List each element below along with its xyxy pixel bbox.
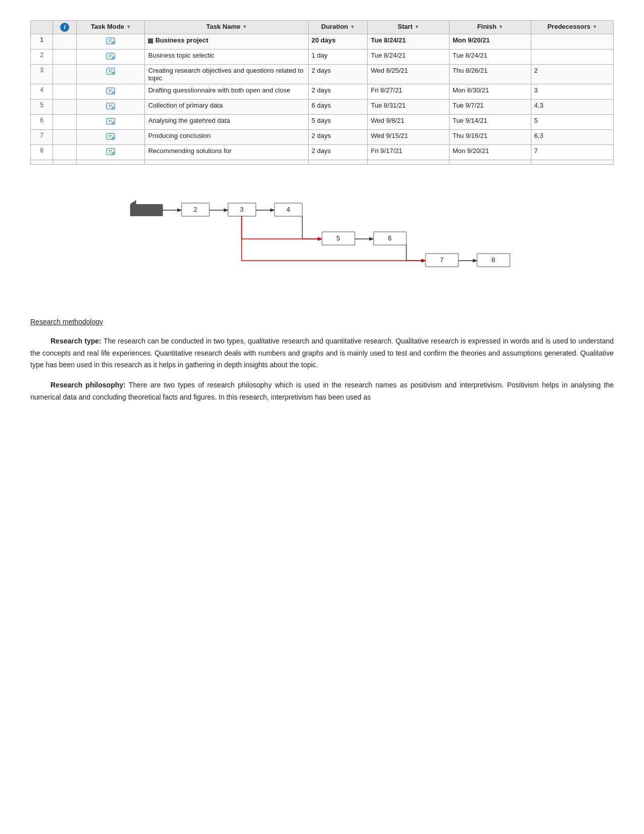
table-row: 5 Collection of primary data6 daysTue 8/… <box>31 100 614 115</box>
cell-predecessors: 6,3 <box>531 130 613 145</box>
sort-arrow-duration: ▼ <box>350 24 355 29</box>
cell-duration: 2 days <box>308 145 368 160</box>
arrow-6-7 <box>407 245 426 261</box>
node6-label: 6 <box>388 234 391 242</box>
cell-rownum: 4 <box>31 84 53 100</box>
cell-duration: 2 days <box>308 84 368 100</box>
arrow-4-5 <box>303 216 322 239</box>
cell-rownum: 2 <box>31 50 53 65</box>
cell-start <box>368 160 450 165</box>
cell-duration: 2 days <box>308 65 368 84</box>
col-header-duration[interactable]: Duration ▼ <box>308 21 368 34</box>
table-row: 7 Producing conclusion2 daysWed 9/15/21T… <box>31 130 614 145</box>
cell-finish: Tue 9/7/21 <box>449 100 531 115</box>
col-header-finish[interactable]: Finish ▼ <box>449 21 531 34</box>
cell-taskname: Analysing the gatehred data <box>145 115 308 130</box>
task-mode-icon <box>106 117 115 126</box>
cell-predecessors <box>531 50 613 65</box>
cell-taskmode <box>77 145 145 160</box>
cell-predecessors <box>531 160 613 165</box>
cell-predecessors: 7 <box>531 145 613 160</box>
cell-predecessors: 3 <box>531 84 613 100</box>
cell-duration: 1 day <box>308 50 368 65</box>
gantt-diagram-svg: 2 3 4 5 6 7 8 <box>30 185 614 286</box>
cell-info <box>53 115 77 130</box>
cell-finish: Mon 8/30/21 <box>449 84 531 100</box>
cell-start: Fri 8/27/21 <box>368 84 450 100</box>
sort-arrow-start: ▼ <box>415 24 419 29</box>
task-mode-icon <box>106 36 115 45</box>
cell-rownum: 3 <box>31 65 53 84</box>
paragraph-research-type: Research type: The research can be condu… <box>30 335 614 371</box>
task-mode-icon <box>106 132 115 141</box>
cell-duration: 2 days <box>308 130 368 145</box>
cell-start: Wed 9/15/21 <box>368 130 450 145</box>
cell-finish: Thu 8/26/21 <box>449 65 531 84</box>
node1-bar <box>130 204 163 216</box>
node8-label: 8 <box>491 256 495 264</box>
node4-label: 4 <box>286 206 290 213</box>
cell-taskmode <box>77 65 145 84</box>
col-header-taskname[interactable]: Task Name ▼ <box>145 21 308 34</box>
cell-taskmode <box>77 50 145 65</box>
sort-arrow-finish: ▼ <box>499 24 503 29</box>
cell-start: Wed 8/25/21 <box>368 65 450 84</box>
cell-start: Tue 8/24/21 <box>368 34 450 50</box>
cell-rownum: 5 <box>31 100 53 115</box>
table-row: 2 Business topic selectic1 dayTue 8/24/2… <box>31 50 614 65</box>
bold-term-type: Research type: <box>51 337 102 345</box>
cell-info <box>53 50 77 65</box>
node3-label: 3 <box>240 206 243 213</box>
cell-taskmode <box>77 100 145 115</box>
paragraph-research-philosophy: Research philosophy: There are two types… <box>30 379 614 404</box>
cell-start: Wed 9/8/21 <box>368 115 450 130</box>
cell-taskname <box>145 160 308 165</box>
cell-info <box>53 65 77 84</box>
cell-rownum: 7 <box>31 130 53 145</box>
col-header-rownum <box>31 21 53 34</box>
table-row: 1 Business project20 daysTue 8/24/21Mon … <box>31 34 614 50</box>
cell-info <box>53 34 77 50</box>
cell-rownum: 1 <box>31 34 53 50</box>
cell-taskmode <box>77 160 145 165</box>
col-header-taskmode[interactable]: Task Mode ▼ <box>77 21 145 34</box>
node7-label: 7 <box>440 256 443 264</box>
info-icon: i <box>60 23 69 32</box>
cell-taskname: Drafting quesstionnaire with both open a… <box>145 84 308 100</box>
cell-start: Tue 8/31/21 <box>368 100 450 115</box>
bold-term-philosophy: Research philosophy: <box>51 381 126 389</box>
cell-info <box>53 100 77 115</box>
cell-info <box>53 145 77 160</box>
cell-duration: 20 days <box>308 34 368 50</box>
task-mode-icon <box>106 52 115 61</box>
cell-predecessors: 2 <box>531 65 613 84</box>
cell-finish: Mon 9/20/21 <box>449 145 531 160</box>
arrow-3-5-red <box>242 216 322 239</box>
cell-predecessors: 4,3 <box>531 100 613 115</box>
cell-predecessors: 5 <box>531 115 613 130</box>
gantt-table: i Task Mode ▼ Task Name ▼ Durat <box>30 20 614 165</box>
cell-start: Fri 9/17/21 <box>368 145 450 160</box>
gantt-diagram: 2 3 4 5 6 7 8 <box>30 185 614 286</box>
sort-arrow-pred: ▼ <box>592 24 597 29</box>
cell-finish: Thu 9/16/21 <box>449 130 531 145</box>
table-row: 6 Analysing the gatehred data5 daysWed 9… <box>31 115 614 130</box>
sort-arrow-taskname: ▼ <box>242 24 247 29</box>
table-row: 4 Drafting quesstionnaire with both open… <box>31 84 614 100</box>
node2-label: 2 <box>193 206 197 213</box>
cell-predecessors <box>531 34 613 50</box>
table-row <box>31 160 614 165</box>
section-heading: Research methodology <box>30 316 103 328</box>
cell-taskmode <box>77 34 145 50</box>
col-header-start[interactable]: Start ▼ <box>368 21 450 34</box>
cell-info <box>53 130 77 145</box>
cell-finish: Tue 8/24/21 <box>449 50 531 65</box>
node1-triangle <box>130 200 136 204</box>
col-header-info: i <box>53 21 77 34</box>
cell-finish: Mon 9/20/21 <box>449 34 531 50</box>
cell-taskname: Business project <box>145 34 308 50</box>
col-header-predecessors[interactable]: Predecessors ▼ <box>531 21 613 34</box>
cell-duration <box>308 160 368 165</box>
task-mode-icon <box>106 67 115 76</box>
cell-taskmode <box>77 84 145 100</box>
